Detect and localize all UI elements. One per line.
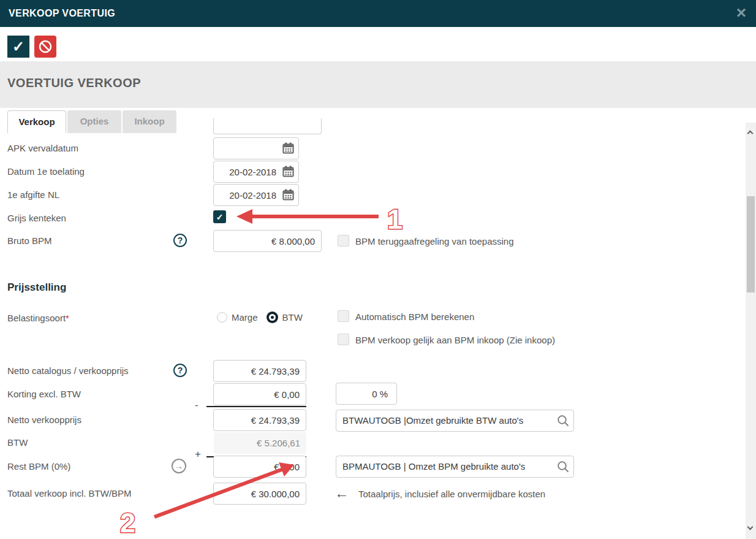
vertical-scrollbar[interactable]	[746, 123, 756, 539]
confirm-button[interactable]: ✓	[7, 36, 29, 58]
automatisch-bpm-label: Automatisch BPM berekenen	[355, 312, 474, 322]
rest-bpm-input[interactable]	[213, 456, 306, 478]
grijs-kenteken-label: Grijs kenteken	[7, 213, 66, 223]
totaalprijs-hint: Totaalprijs, inclusief alle onvermijdbar…	[358, 489, 545, 499]
checkmark-icon: ✓	[12, 38, 25, 55]
search-icon[interactable]	[557, 461, 570, 473]
bpm-teruggaaf-label: BPM teruggaafregeling van toepassing	[355, 236, 514, 247]
section-title: VOERTUIG VERKOOP	[7, 76, 141, 90]
minus-operator: -	[195, 399, 198, 411]
datum-1e-toelating-label: Datum 1e toelating	[7, 166, 85, 177]
btw-ledger-field[interactable]: BTWAUTOGB |Omzet gebruikte BTW auto's	[336, 410, 574, 432]
annotation-arrowhead-1	[236, 209, 252, 224]
apk-vervaldatum-label: APK vervaldatum	[7, 143, 78, 153]
bpm-gelijk-label: BPM verkoop gelijk aan BPM inkoop (Zie i…	[355, 335, 555, 345]
scroll-up-icon[interactable]	[748, 130, 754, 136]
netto-catalogus-label: Netto catalogus / verkoopprijs	[7, 365, 129, 376]
netto-verkoopprijs-input[interactable]	[213, 409, 306, 431]
automatisch-bpm-checkbox[interactable]	[338, 310, 349, 322]
grijs-kenteken-checkbox[interactable]: ✓	[213, 210, 226, 223]
scrollbar-thumb[interactable]	[747, 196, 755, 292]
radio-marge[interactable]	[217, 312, 227, 323]
scroll-down-icon[interactable]	[748, 526, 754, 532]
datum-1e-toelating-field-wrap	[213, 161, 299, 183]
cancel-button[interactable]	[34, 36, 56, 58]
totaal-verkoop-input[interactable]	[213, 483, 306, 505]
search-icon[interactable]	[557, 415, 570, 427]
apk-vervaldatum-input[interactable]	[213, 137, 299, 159]
required-asterisk: *	[66, 313, 69, 323]
afgifte-nl-label: 1e afgifte NL	[7, 189, 59, 200]
bruto-bpm-label: Bruto BPM	[7, 235, 52, 246]
afgifte-nl-input[interactable]	[213, 184, 299, 206]
prijsstelling-heading: Prijsstelling	[7, 281, 66, 294]
netto-verkoopprijs-label: Netto verkoopprijs	[7, 415, 81, 425]
annotation-marker-2: 2	[120, 507, 135, 538]
dialog-titlebar: VERKOOP VOERTUIG ×	[0, 0, 756, 27]
apk-vervaldatum-field-wrap	[213, 137, 299, 159]
bruto-bpm-input[interactable]	[213, 230, 322, 252]
tab-opties[interactable]: Opties	[67, 110, 121, 133]
annotation-marker-1: 1	[387, 204, 403, 235]
help-icon[interactable]: ?	[173, 234, 187, 247]
netto-catalogus-input[interactable]	[213, 360, 306, 382]
bpm-teruggaaf-checkbox[interactable]	[338, 235, 349, 247]
close-icon[interactable]: ×	[731, 4, 751, 23]
btw-readonly-value: € 5.206,61	[214, 432, 306, 454]
belastingsoort-label: Belastingsoort*	[7, 313, 69, 323]
help-icon[interactable]: ?	[173, 364, 187, 377]
totaal-verkoop-label: Totaal verkoop incl. BTW/BPM	[7, 488, 132, 499]
korting-input[interactable]	[213, 383, 306, 405]
korting-label: Korting excl. BTW	[7, 389, 81, 399]
btw-label: BTW	[7, 437, 28, 448]
dialog-toolbar: ✓	[0, 27, 756, 61]
section-header-band: VOERTUIG VERKOOP	[0, 61, 756, 108]
left-arrow-icon: ←	[335, 485, 349, 502]
radio-btw-label[interactable]: BTW	[282, 312, 303, 323]
tab-inkoop[interactable]: Inkoop	[123, 110, 176, 133]
bpm-gelijk-checkbox[interactable]	[338, 334, 349, 345]
rest-bpm-label: Rest BPM (0%)	[7, 461, 70, 472]
belastingsoort-radio-group: Marge BTW	[217, 312, 303, 323]
afgifte-nl-field-wrap	[213, 184, 299, 206]
datum-1e-toelating-input[interactable]	[213, 161, 299, 183]
cutoff-field-above[interactable]	[213, 118, 322, 134]
dialog-title: VERKOOP VOERTUIG	[9, 0, 115, 27]
no-entry-icon	[38, 39, 53, 54]
korting-percent-input[interactable]	[336, 383, 397, 405]
radio-marge-label[interactable]: Marge	[232, 312, 258, 323]
plus-operator: +	[195, 448, 201, 461]
tab-verkoop[interactable]: Verkoop	[7, 110, 66, 133]
bpm-ledger-field[interactable]: BPMAUTOGB | Omzet BPM gebruikte auto's	[336, 456, 574, 478]
checkmark-icon: ✓	[216, 212, 224, 222]
verkoop-voertuig-dialog: VERKOOP VOERTUIG × ✓ VOERTUIG VERKOOP Ve…	[0, 0, 756, 539]
radio-btw[interactable]	[266, 312, 278, 323]
subtraction-line	[206, 406, 306, 407]
goto-arrow-icon[interactable]: →	[172, 459, 186, 473]
